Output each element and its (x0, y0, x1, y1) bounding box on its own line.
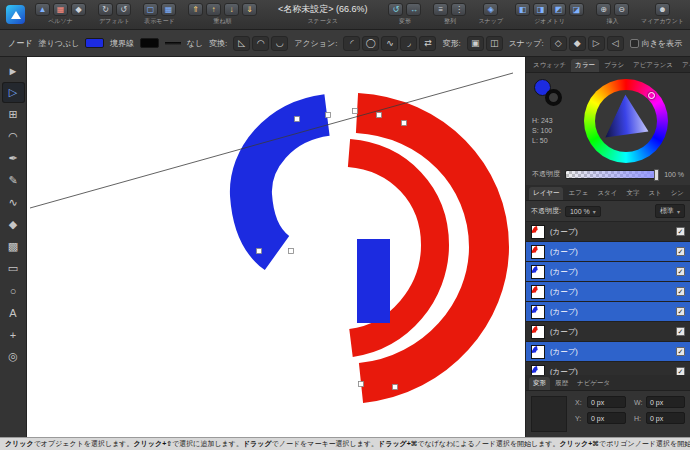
move-forward-icon[interactable]: ↑ (206, 3, 221, 16)
layer-thumbnail[interactable] (531, 345, 545, 359)
layer-row[interactable]: (カーブ) ✓ (526, 282, 690, 302)
snap-perpendicular-icon[interactable]: ◁ (607, 36, 624, 51)
panel-tab[interactable]: ブラシ (600, 59, 628, 72)
layer-thumbnail[interactable] (531, 245, 545, 259)
transparency-tool[interactable]: ▩ (2, 236, 25, 257)
flip-icon[interactable]: ↔ (406, 3, 421, 16)
blend-opacity-dropdown[interactable]: 100 % ▾ (565, 206, 601, 217)
insert-inside-icon[interactable]: ⊕ (596, 3, 611, 16)
fill-tool[interactable]: ◆ (2, 214, 25, 235)
transform-mode-icon[interactable]: ▣ (467, 36, 484, 51)
panel-tab[interactable]: スタイ (593, 187, 621, 200)
show-orientation-toggle[interactable]: 向きを表示 (630, 38, 682, 49)
document-canvas[interactable] (27, 57, 525, 437)
panel-tab[interactable]: スト (644, 187, 665, 200)
vector-brush-tool[interactable]: ∿ (2, 192, 25, 213)
panel-tab[interactable]: ナビゲータ (573, 377, 614, 390)
layer-row[interactable]: (カーブ) ✓ (526, 362, 690, 375)
panel-tab[interactable]: アピアランス (629, 59, 677, 72)
pixel-view-icon[interactable]: ▦ (161, 3, 176, 16)
close-curve-icon[interactable]: ◯ (362, 36, 379, 51)
layer-row[interactable]: (カーブ) ✓ (526, 322, 690, 342)
color-wheel[interactable] (584, 79, 668, 163)
color-picker-tool[interactable]: + (2, 324, 25, 345)
panel-tab[interactable]: カラー (571, 59, 599, 72)
layer-visibility-checkbox[interactable]: ✓ (676, 347, 685, 356)
affinity-designer-logo-icon[interactable] (6, 5, 25, 24)
layer-row[interactable]: (カーブ) ✓ (526, 262, 690, 282)
boolean-divide-icon[interactable]: ◪ (569, 3, 584, 16)
pencil-tool[interactable]: ✎ (2, 170, 25, 191)
stroke-swatch[interactable] (140, 38, 159, 48)
zoom-tool[interactable]: ◎ (2, 346, 25, 367)
panel-tab[interactable]: レイヤー (529, 187, 563, 200)
snap-off-curve-icon[interactable]: ◆ (569, 36, 586, 51)
point-transform-tool[interactable]: ⊞ (2, 104, 25, 125)
pixel-persona-icon[interactable]: ▦ (53, 3, 68, 16)
smooth-curve-icon[interactable]: ∿ (381, 36, 398, 51)
distribute-icon[interactable]: ⋮ (451, 3, 466, 16)
fill-swatch[interactable] (85, 38, 104, 48)
align-icon[interactable]: ≡ (433, 3, 448, 16)
break-curve-icon[interactable]: ◜ (343, 36, 360, 51)
rotate-icon[interactable]: ↺ (388, 3, 403, 16)
designer-persona-icon[interactable]: ▲ (35, 3, 50, 16)
revert-defaults-icon[interactable]: ↺ (116, 3, 131, 16)
stroke-style-value[interactable]: なし (187, 38, 203, 49)
layer-row[interactable]: (カーブ) ✓ (526, 302, 690, 322)
ellipse-tool[interactable]: ○ (2, 280, 25, 301)
layer-visibility-checkbox[interactable]: ✓ (676, 307, 685, 316)
panel-tab[interactable]: 履歴 (551, 377, 572, 390)
snap-aligned-handles-icon[interactable]: ▷ (588, 36, 605, 51)
snap-to-geometry-icon[interactable]: ◇ (550, 36, 567, 51)
hue-marker[interactable] (648, 92, 655, 99)
layer-visibility-checkbox[interactable]: ✓ (676, 247, 685, 256)
transform-anchor-preview[interactable] (531, 396, 567, 432)
layer-visibility-checkbox[interactable]: ✓ (676, 227, 685, 236)
transform-field-input[interactable]: 0 px (646, 412, 685, 424)
sync-defaults-icon[interactable]: ↻ (98, 3, 113, 16)
pen-tool[interactable]: ✒ (2, 148, 25, 169)
boolean-subtract-icon[interactable]: ◨ (533, 3, 548, 16)
transform-field-input[interactable]: 0 px (587, 412, 626, 424)
insert-behind-icon[interactable]: ⊖ (614, 3, 629, 16)
boolean-intersect-icon[interactable]: ◩ (551, 3, 566, 16)
corner-tool[interactable]: ◠ (2, 126, 25, 147)
panel-tab[interactable]: スウォッチ (529, 59, 570, 72)
panel-tab[interactable]: アセット (678, 59, 690, 72)
stroke-width-preview[interactable] (165, 42, 181, 45)
opacity-slider-thumb[interactable] (654, 169, 659, 181)
transform-separately-icon[interactable]: ◫ (486, 36, 503, 51)
blue-inner-bar[interactable] (357, 239, 390, 323)
move-backward-icon[interactable]: ↓ (224, 3, 239, 16)
layer-row[interactable]: (カーブ) ✓ (526, 242, 690, 262)
layer-visibility-checkbox[interactable]: ✓ (676, 327, 685, 336)
layer-thumbnail[interactable] (531, 365, 545, 376)
layer-row[interactable]: (カーブ) ✓ (526, 222, 690, 242)
layer-visibility-checkbox[interactable]: ✓ (676, 267, 685, 276)
active-stroke-swatch[interactable] (545, 89, 562, 106)
panel-tab[interactable]: 文字 (622, 187, 643, 200)
export-persona-icon[interactable]: ◆ (71, 3, 86, 16)
text-tool[interactable]: A (2, 302, 25, 323)
node-tool[interactable]: ▷ (2, 82, 25, 103)
convert-sharp-icon[interactable]: ◺ (233, 36, 250, 51)
panel-tab[interactable]: 変形 (529, 377, 550, 390)
layer-row[interactable]: (カーブ) ✓ (526, 342, 690, 362)
convert-smooth-icon[interactable]: ◠ (252, 36, 269, 51)
layer-thumbnail[interactable] (531, 305, 545, 319)
account-icon[interactable]: ☻ (655, 3, 670, 16)
transform-field-input[interactable]: 0 px (646, 396, 685, 408)
opacity-slider[interactable] (565, 170, 659, 179)
snapping-icon[interactable]: ◈ (483, 3, 498, 16)
reverse-curve-icon[interactable]: ⇄ (419, 36, 436, 51)
move-to-front-icon[interactable]: ⇑ (188, 3, 203, 16)
layer-thumbnail[interactable] (531, 285, 545, 299)
blend-mode-dropdown[interactable]: 標準 ▾ (655, 204, 685, 218)
panel-tab[interactable]: シン (667, 187, 688, 200)
layer-thumbnail[interactable] (531, 325, 545, 339)
rectangle-tool[interactable]: ▭ (2, 258, 25, 279)
layer-visibility-checkbox[interactable]: ✓ (676, 287, 685, 296)
panel-tab[interactable]: エフェ (564, 187, 592, 200)
move-to-back-icon[interactable]: ⇓ (242, 3, 257, 16)
